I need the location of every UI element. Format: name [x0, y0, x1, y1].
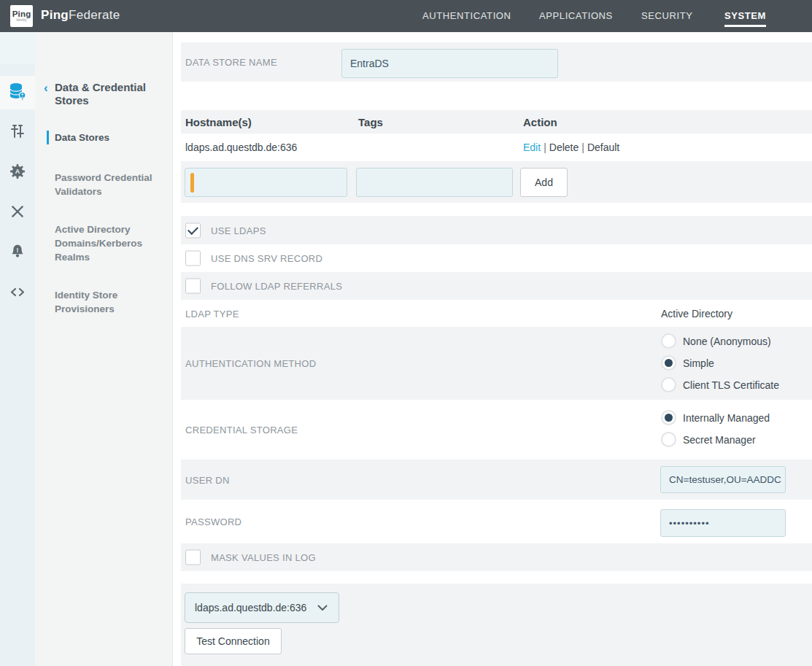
user-dn-label: USER DN — [185, 474, 230, 485]
sidebar-title: Data & Credential Stores — [55, 81, 164, 107]
use-ldaps-row: USE LDAPS — [181, 216, 812, 244]
rail-item-server-config[interactable]: A — [0, 156, 35, 190]
sidebar-item-data-stores[interactable]: Data Stores — [47, 131, 158, 144]
tags-column-header: Tags — [358, 116, 383, 128]
use-ldaps-label: USE LDAPS — [211, 225, 266, 236]
svg-text:!: ! — [17, 247, 19, 254]
rail-item-data-stores[interactable] — [0, 76, 35, 109]
credential-storage-row: CREDENTIAL STORAGE Internally Managed Se… — [181, 400, 812, 460]
mask-values-in-log-checkbox[interactable] — [185, 550, 201, 565]
delete-link[interactable]: Delete — [549, 142, 579, 153]
follow-ldap-referrals-label: FOLLOW LDAP REFERRALS — [211, 281, 342, 292]
data-store-name-input[interactable] — [341, 49, 558, 78]
mask-values-in-log-row: MASK VALUES IN LOG — [181, 543, 812, 571]
radio-option-label: Internally Managed — [683, 412, 770, 424]
topbar: Ping Identity PingFederate AUTHENTICATIO… — [0, 0, 812, 32]
edit-link[interactable]: Edit — [523, 142, 541, 153]
user-dn-row: USER DN — [181, 460, 812, 500]
radio-option-label: Secret Manager — [683, 434, 756, 446]
pingfederate-app: Ping Identity PingFederate AUTHENTICATIO… — [0, 0, 812, 666]
app-title-ping: Ping — [41, 8, 69, 22]
follow-ldap-referrals-row: FOLLOW LDAP REFERRALS — [181, 272, 812, 300]
action-separator: | — [579, 142, 587, 153]
ldap-type-label: LDAP TYPE — [185, 308, 239, 319]
hostname-table-row: ldaps.ad.questdb.de:636 Edit|Delete|Defa… — [181, 133, 812, 161]
use-dns-srv-record-row: USE DNS SRV RECORD — [181, 244, 812, 272]
gear-a-icon: A — [9, 163, 26, 183]
code-icon — [9, 283, 26, 303]
user-dn-input[interactable] — [660, 466, 786, 493]
sidebar: ‹ Data & Credential Stores Data Stores P… — [35, 32, 173, 666]
node-x-icon — [9, 203, 26, 223]
nav-authentication[interactable]: AUTHENTICATION — [422, 10, 511, 21]
rail-item-settings-sliders[interactable] — [0, 116, 35, 150]
ping-logo-text: Ping — [12, 10, 31, 18]
icon-rail: A ! — [0, 32, 35, 666]
test-connection-section: ldaps.ad.questdb.de:636 Test Connection — [181, 584, 812, 666]
password-row: PASSWORD — [181, 500, 812, 543]
authentication-method-row: AUTHENTICATION METHOD None (Anonymous) S… — [181, 327, 812, 400]
server-select-value: ldaps.ad.questdb.de:636 — [185, 602, 317, 613]
test-connection-button[interactable]: Test Connection — [185, 628, 282, 654]
radio-icon[interactable] — [661, 377, 676, 392]
data-store-name-row: DATA STORE NAME — [181, 42, 812, 82]
use-dns-srv-record-label: USE DNS SRV RECORD — [211, 253, 322, 264]
sliders-icon — [9, 123, 26, 143]
radio-option-label: Simple — [683, 357, 714, 369]
nav-system[interactable]: SYSTEM — [724, 10, 766, 27]
add-hostname-button[interactable]: Add — [520, 168, 568, 197]
radio-option-none-anonymous[interactable]: None (Anonymous) — [661, 333, 779, 349]
follow-ldap-referrals-checkbox[interactable] — [185, 279, 201, 294]
data-stores-icon — [8, 82, 27, 104]
add-hostname-row: Add — [181, 161, 812, 203]
authentication-method-radio-group: None (Anonymous) Simple Client TLS Certi… — [661, 333, 779, 392]
password-input[interactable] — [660, 509, 786, 537]
radio-icon[interactable] — [661, 355, 676, 371]
sidebar-item-password-credential-validators[interactable]: Password Credential Validators — [55, 171, 166, 198]
back-chevron-icon[interactable]: ‹ — [44, 82, 48, 95]
password-label: PASSWORD — [185, 516, 241, 527]
svg-text:A: A — [15, 168, 20, 175]
sidebar-item-ad-domains-kerberos-realms[interactable]: Active Directory Domains/Kerberos Realms — [55, 222, 166, 264]
rail-top-tile — [0, 32, 35, 64]
hostnames-column-header: Hostname(s) — [185, 116, 252, 128]
sidebar-item-identity-store-provisioners[interactable]: Identity Store Provisioners — [55, 288, 166, 316]
radio-icon[interactable] — [661, 432, 676, 447]
mask-values-in-log-label: MASK VALUES IN LOG — [211, 552, 316, 563]
radio-option-label: Client TLS Certificate — [683, 379, 779, 391]
ldap-type-value: Active Directory — [661, 308, 732, 320]
radio-option-internally-managed[interactable]: Internally Managed — [661, 410, 770, 425]
hostnames-table-header: Hostname(s) Tags Action — [181, 110, 812, 133]
nav-security[interactable]: SECURITY — [641, 10, 693, 21]
radio-option-client-tls-certificate[interactable]: Client TLS Certificate — [661, 377, 779, 392]
new-hostname-input[interactable] — [185, 168, 347, 197]
ping-logo[interactable]: Ping Identity — [10, 5, 33, 27]
bell-alert-icon: ! — [9, 243, 26, 263]
ldap-type-row: LDAP TYPE Active Directory — [181, 300, 812, 327]
nav-applications[interactable]: APPLICATIONS — [539, 10, 613, 21]
app-title: PingFederate — [41, 8, 120, 23]
radio-icon[interactable] — [661, 333, 676, 349]
data-store-name-label: DATA STORE NAME — [185, 57, 277, 68]
rail-item-connections[interactable] — [0, 196, 35, 230]
default-link[interactable]: Default — [587, 142, 619, 153]
action-separator: | — [541, 142, 549, 153]
rail-item-notifications[interactable]: ! — [0, 236, 35, 270]
text-cursor-caret — [190, 173, 194, 193]
app-title-federate: Federate — [69, 8, 120, 22]
hostname-actions-cell: Edit|Delete|Default — [523, 142, 619, 153]
ping-logo-subtext: Identity — [16, 18, 27, 23]
radio-option-simple[interactable]: Simple — [661, 355, 779, 371]
credential-storage-label: CREDENTIAL STORAGE — [185, 425, 298, 435]
rail-item-developer[interactable] — [0, 276, 35, 310]
new-tags-input[interactable] — [356, 168, 513, 197]
use-ldaps-checkbox[interactable] — [185, 222, 201, 238]
server-select-dropdown[interactable]: ldaps.ad.questdb.de:636 — [185, 592, 339, 623]
radio-option-secret-manager[interactable]: Secret Manager — [661, 432, 770, 447]
radio-icon[interactable] — [661, 410, 676, 425]
radio-option-label: None (Anonymous) — [683, 336, 771, 347]
chevron-down-icon — [317, 605, 339, 611]
credential-storage-radio-group: Internally Managed Secret Manager — [661, 410, 770, 447]
hostname-cell: ldaps.ad.questdb.de:636 — [185, 142, 297, 153]
use-dns-srv-record-checkbox[interactable] — [185, 251, 201, 266]
